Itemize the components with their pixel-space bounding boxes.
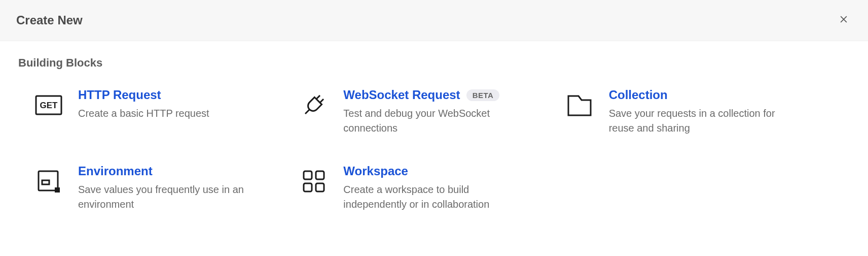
- card-websocket-request[interactable]: WebSocket Request BETA Test and debug yo…: [283, 86, 544, 138]
- http-get-icon: GET: [33, 90, 64, 120]
- card-body: HTTP Request Create a basic HTTP request: [78, 88, 268, 121]
- svg-line-3: [320, 99, 323, 103]
- svg-rect-11: [316, 183, 324, 191]
- card-body: WebSocket Request BETA Test and debug yo…: [343, 88, 533, 136]
- card-description: Create a workspace to build independentl…: [343, 182, 533, 212]
- svg-rect-7: [55, 187, 60, 193]
- card-body: Collection Save your requests in a colle…: [609, 88, 799, 136]
- svg-rect-6: [42, 180, 49, 184]
- card-body: Environment Save values you frequently u…: [78, 164, 268, 212]
- card-collection[interactable]: Collection Save your requests in a colle…: [549, 86, 809, 138]
- card-title: WebSocket Request: [343, 88, 460, 102]
- building-blocks-section: Building Blocks GET HTTP Request Create …: [0, 41, 868, 214]
- websocket-plug-icon: [299, 90, 329, 120]
- card-title: HTTP Request: [78, 88, 161, 102]
- card-http-request[interactable]: GET HTTP Request Create a basic HTTP req…: [18, 86, 278, 138]
- svg-rect-10: [304, 183, 312, 191]
- card-description: Save values you frequently use in an env…: [78, 182, 268, 212]
- section-title: Building Blocks: [18, 56, 850, 70]
- beta-badge: BETA: [466, 89, 500, 101]
- card-description: Test and debug your WebSocket connection…: [343, 106, 533, 136]
- dialog-title: Create New: [16, 13, 83, 27]
- svg-text:GET: GET: [40, 101, 58, 110]
- workspace-grid-icon: [299, 166, 329, 197]
- card-title: Environment: [78, 164, 153, 178]
- close-icon: [839, 14, 849, 26]
- environment-icon: [33, 166, 64, 197]
- card-description: Create a basic HTTP request: [78, 106, 268, 121]
- folder-icon: [564, 90, 595, 120]
- card-workspace[interactable]: Workspace Create a workspace to build in…: [283, 162, 544, 214]
- svg-rect-8: [304, 171, 312, 179]
- svg-line-4: [305, 109, 309, 113]
- card-environment[interactable]: Environment Save values you frequently u…: [18, 162, 278, 214]
- close-button[interactable]: [836, 12, 852, 28]
- card-title: Workspace: [343, 164, 408, 178]
- dialog-header: Create New: [0, 0, 868, 41]
- card-body: Workspace Create a workspace to build in…: [343, 164, 533, 212]
- card-title: Collection: [609, 88, 668, 102]
- building-blocks-grid: GET HTTP Request Create a basic HTTP req…: [18, 86, 809, 214]
- svg-rect-9: [316, 171, 324, 179]
- svg-line-2: [316, 95, 320, 99]
- card-description: Save your requests in a collection for r…: [609, 106, 799, 136]
